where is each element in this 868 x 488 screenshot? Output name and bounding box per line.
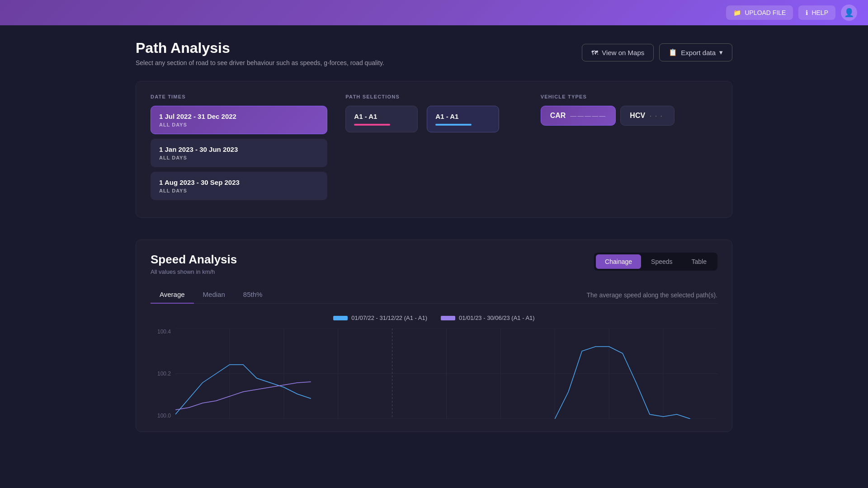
upload-label: UPLOAD FILE [745,9,786,16]
sub-tab-85th%[interactable]: 85th% [234,286,272,304]
date-card-1[interactable]: 1 Jan 2023 - 30 Jun 2023 ALL DAYS [151,139,327,167]
chart-y-axis: 100.4 100.2 100.0 [151,328,175,419]
page-title-area: Path Analysis Select any section of road… [136,40,384,66]
view-on-maps-button[interactable]: 🗺 View on Maps [582,44,654,61]
upload-file-button[interactable]: 📁 UPLOAD FILE [726,5,793,20]
vehicle-cards-container: CAR ————— HCV · · · [541,106,717,126]
sub-tab-average[interactable]: Average [151,286,194,304]
date-times-label: DATE TIMES [151,94,327,99]
chart-svg-area [175,328,717,419]
path-card-title-0: A1 - A1 [354,113,409,120]
view-tabs: ChainageSpeedsTable [594,253,717,271]
y-label-mid: 100.2 [157,371,171,377]
date-card-2[interactable]: 1 Aug 2023 - 30 Sep 2023 ALL DAYS [151,172,327,200]
vehicle-card-1[interactable]: HCV · · · [620,106,675,126]
path-bar-1 [435,124,472,126]
view-tab-speeds[interactable]: Speeds [642,254,681,269]
path-cards-container: A1 - A1 A1 - A1 [345,106,522,132]
date-card-title-0: 1 Jul 2022 - 31 Dec 2022 [159,113,319,120]
vehicle-card-label-1: HCV [630,112,645,120]
view-maps-label: View on Maps [602,49,644,56]
sub-tabs-left: AverageMedian85th% [151,286,271,303]
date-card-sub-2: ALL DAYS [159,188,319,193]
vehicle-types-group: VEHICLE TYPES CAR ————— HCV · · · [541,94,717,205]
legend-label-1: 01/01/23 - 30/06/23 (A1 - A1) [459,314,535,321]
view-tab-table[interactable]: Table [683,254,716,269]
path-bar-0 [354,124,390,126]
speed-analysis-title: Speed Analysis [151,253,237,267]
date-card-0[interactable]: 1 Jul 2022 - 31 Dec 2022 ALL DAYS [151,106,327,134]
maps-icon: 🗺 [591,49,598,56]
help-label: HELP [811,9,828,16]
path-selections-group: PATH SELECTIONS A1 - A1 A1 - A1 [345,94,522,205]
vehicle-card-label-0: CAR [550,112,566,120]
speed-title-area: Speed Analysis All values shown in km/h [151,253,237,275]
filters-section: DATE TIMES 1 Jul 2022 - 31 Dec 2022 ALL … [136,81,732,218]
main-content: Path Analysis Select any section of road… [118,25,750,446]
vehicle-dashes-0: ————— [570,112,606,119]
sub-tab-median[interactable]: Median [194,286,234,304]
path-card-1[interactable]: A1 - A1 [427,106,499,132]
speed-analysis-subtitle: All values shown in km/h [151,268,237,275]
app-header: 📁 UPLOAD FILE ℹ HELP 👤 [0,0,868,25]
date-card-sub-1: ALL DAYS [159,155,319,160]
chevron-down-icon: ▾ [719,48,723,56]
speed-analysis-section: Speed Analysis All values shown in km/h … [136,239,732,432]
page-subtitle: Select any section of road to see driver… [136,59,384,66]
date-card-sub-0: ALL DAYS [159,122,319,127]
speed-description: The average speed along the selected pat… [586,291,717,303]
path-card-0[interactable]: A1 - A1 [345,106,418,132]
avatar-icon: 👤 [844,8,854,18]
speed-header: Speed Analysis All values shown in km/h … [151,253,717,275]
date-card-title-1: 1 Jan 2023 - 30 Jun 2023 [159,145,319,153]
export-icon: 📋 [669,48,677,56]
date-card-title-2: 1 Aug 2023 - 30 Sep 2023 [159,178,319,186]
legend-item-0: 01/07/22 - 31/12/22 (A1 - A1) [333,314,427,321]
legend-item-1: 01/01/23 - 30/06/23 (A1 - A1) [441,314,535,321]
vehicle-types-label: VEHICLE TYPES [541,94,717,99]
user-avatar[interactable]: 👤 [841,5,857,21]
chart-container: 100.4 100.2 100.0 [151,328,717,419]
chart-svg [175,328,717,419]
y-label-top: 100.4 [157,328,171,335]
sub-tabs: AverageMedian85th% The average speed alo… [151,286,717,304]
page-actions: 🗺 View on Maps 📋 Export data ▾ [582,43,732,61]
view-tab-chainage[interactable]: Chainage [596,254,641,269]
export-data-button[interactable]: 📋 Export data ▾ [659,43,732,61]
legend-color-0 [333,316,348,320]
date-times-group: DATE TIMES 1 Jul 2022 - 31 Dec 2022 ALL … [151,94,327,205]
legend-label-0: 01/07/22 - 31/12/22 (A1 - A1) [351,314,427,321]
page-header: Path Analysis Select any section of road… [136,40,732,66]
vehicle-card-0[interactable]: CAR ————— [541,106,616,126]
y-label-bot: 100.0 [157,413,171,419]
help-icon: ℹ [806,9,808,16]
page-title: Path Analysis [136,40,384,56]
vehicle-dashes-1: · · · [650,112,663,119]
legend-color-1 [441,316,455,320]
export-label: Export data [681,49,716,56]
path-card-title-1: A1 - A1 [435,113,491,120]
date-cards-container: 1 Jul 2022 - 31 Dec 2022 ALL DAYS 1 Jan … [151,106,327,200]
help-button[interactable]: ℹ HELP [798,5,835,20]
upload-icon: 📁 [733,9,741,16]
path-selections-label: PATH SELECTIONS [345,94,522,99]
chart-legend: 01/07/22 - 31/12/22 (A1 - A1) 01/01/23 -… [151,314,717,321]
